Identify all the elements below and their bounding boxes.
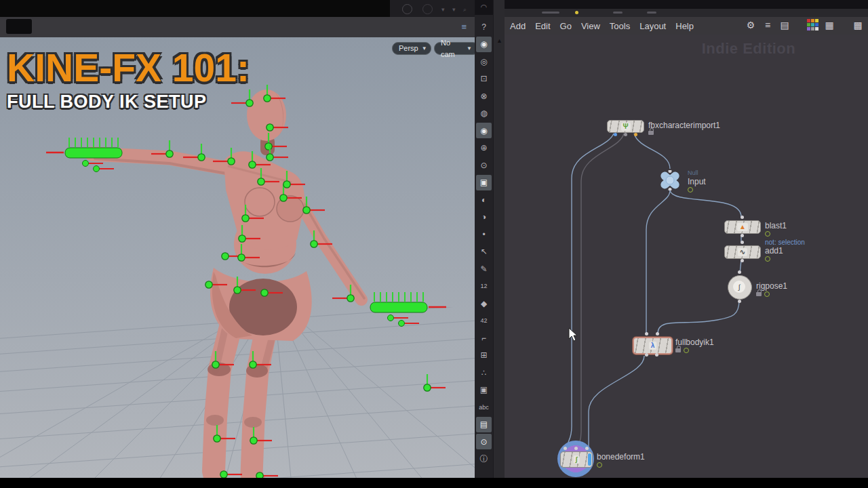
brush-icon[interactable]: ◆ bbox=[476, 296, 492, 311]
null-node-shape[interactable] bbox=[658, 170, 682, 190]
node-blast1[interactable]: ▲blast1not: selection bbox=[724, 220, 761, 234]
3d-viewport[interactable]: KINE-FX 101: FULL BODY IK SETUP Persp ▼ … bbox=[0, 37, 475, 478]
menu-edit[interactable]: Edit bbox=[535, 21, 550, 31]
camera-view-icon[interactable]: ▣ bbox=[476, 175, 492, 190]
palette-cell bbox=[811, 19, 814, 22]
toolbar-black-button[interactable] bbox=[6, 19, 32, 34]
node-label: blast1 bbox=[765, 221, 787, 230]
node-input[interactable]: NullInput bbox=[658, 170, 682, 193]
pane-divider-strip[interactable]: ▲ bbox=[493, 0, 505, 478]
node-output-dot[interactable] bbox=[624, 133, 627, 136]
tools-icon[interactable]: ⚙ bbox=[745, 20, 757, 30]
shelf-tool-icon bbox=[542, 12, 559, 14]
node-type-icon: ∫ bbox=[574, 455, 580, 464]
node-input-dot[interactable] bbox=[738, 270, 741, 274]
menu-help[interactable]: Help bbox=[675, 21, 694, 31]
list-view-icon[interactable]: ▤ bbox=[778, 20, 791, 30]
mouse-cursor bbox=[568, 327, 579, 342]
palette-icon[interactable] bbox=[807, 19, 818, 30]
axis-icon[interactable]: ∴ bbox=[476, 365, 492, 380]
menu-add[interactable]: Add bbox=[510, 21, 526, 31]
chevron-down-icon: ▾ bbox=[441, 6, 445, 13]
node-label: fbxcharacterimport1 bbox=[648, 121, 720, 130]
node-label: bonedeform1 bbox=[597, 452, 645, 462]
tree-view-icon[interactable]: ≡ bbox=[762, 20, 774, 30]
dot-icon[interactable]: • bbox=[476, 226, 492, 242]
menu-layout[interactable]: Layout bbox=[639, 21, 666, 31]
network-canvas[interactable]: Indie Edition Ψfbxcharacterimport1NullIn… bbox=[505, 35, 868, 478]
persp-view-dropdown[interactable]: Persp ▼ bbox=[392, 42, 431, 55]
location-pin-icon[interactable]: ⊙ bbox=[476, 434, 492, 449]
selection-box-icon[interactable]: ⊞ bbox=[476, 348, 492, 363]
node-input-dot[interactable] bbox=[741, 241, 744, 244]
snapshot-icon[interactable]: ▤ bbox=[476, 417, 492, 432]
eye-brush-icon[interactable]: ◑ bbox=[476, 209, 492, 225]
node-fullbodyik1[interactable]: λfullbodyik1 bbox=[633, 337, 673, 354]
display-flag[interactable] bbox=[588, 453, 591, 466]
palette-cell bbox=[815, 19, 818, 22]
ruler-icon[interactable]: ⌐ bbox=[476, 330, 492, 346]
node-label: Input bbox=[688, 177, 706, 186]
palette-cell bbox=[807, 19, 810, 22]
lock-handle-icon[interactable]: ⊡ bbox=[476, 71, 492, 87]
node-bonedeform1[interactable]: ∫bonedeform1 bbox=[560, 451, 593, 468]
node-output-dot[interactable] bbox=[634, 133, 637, 136]
extra-panel-icon[interactable]: ▩ bbox=[852, 20, 864, 30]
viewport-side-toolbar: ◠ ?◉◎⊡⊗◍◉⊕⊙▣◐◑•↖✎12◆42⌐⊞∴▣abc▤⊙ⓘ bbox=[475, 0, 493, 478]
node-wires bbox=[505, 35, 868, 478]
info-icon[interactable]: ⓘ bbox=[476, 451, 492, 467]
node-rigpose1[interactable]: ∫rigpose1 bbox=[728, 275, 752, 300]
toolbar-circle-icon bbox=[402, 4, 412, 14]
shelf-tool-icon bbox=[613, 12, 623, 14]
palette-cell bbox=[815, 27, 818, 30]
node-input-dot[interactable] bbox=[741, 216, 744, 219]
node-input-dot[interactable] bbox=[564, 447, 567, 450]
node-body[interactable]: ▲ bbox=[724, 220, 761, 234]
select-arrow-icon[interactable]: ↖ bbox=[476, 244, 492, 260]
node-output-dot[interactable] bbox=[614, 133, 617, 136]
light-small-icon[interactable]: ⊕ bbox=[476, 140, 492, 156]
node-type-icon: λ bbox=[649, 342, 657, 350]
point-numbers-icon[interactable]: 12 bbox=[476, 279, 492, 294]
view-mode-icon[interactable]: ◉ bbox=[476, 37, 492, 52]
bypass-ring-icon bbox=[765, 231, 770, 237]
material-sphere-icon[interactable]: ◍ bbox=[476, 106, 492, 121]
node-body[interactable]: ∿ bbox=[724, 245, 761, 259]
lock-icon bbox=[675, 348, 681, 352]
pin-icon[interactable]: ✎ bbox=[476, 261, 492, 277]
rigpose-node-body[interactable]: ∫ bbox=[728, 275, 752, 300]
grid-view-icon[interactable]: ▦ bbox=[823, 20, 835, 30]
light-off-icon[interactable]: ⊗ bbox=[476, 88, 492, 104]
node-output-dot[interactable] bbox=[655, 353, 658, 357]
node-body[interactable]: ∫ bbox=[560, 451, 593, 468]
camera-dropdown[interactable]: No cam ▼ bbox=[434, 42, 475, 55]
headlight-icon[interactable]: ◉ bbox=[476, 123, 492, 138]
node-output-dot[interactable] bbox=[741, 259, 744, 262]
help-icon[interactable]: ? bbox=[476, 19, 492, 35]
objects-icon[interactable]: ◎ bbox=[476, 54, 492, 69]
bypass-ring-icon bbox=[764, 291, 770, 297]
node-input-dot[interactable] bbox=[656, 332, 659, 336]
node-input-dot[interactable] bbox=[645, 332, 648, 336]
menu-tools[interactable]: Tools bbox=[610, 21, 630, 31]
display-options-icon[interactable]: ≡ bbox=[461, 22, 467, 32]
node-output-dot[interactable] bbox=[738, 300, 741, 303]
pivot-icon[interactable]: ⊙ bbox=[476, 157, 492, 173]
node-input-dot[interactable] bbox=[585, 447, 589, 450]
node-input-dot[interactable] bbox=[574, 447, 578, 450]
text-abc-icon[interactable]: abc bbox=[476, 399, 492, 415]
node-badges bbox=[756, 291, 770, 297]
node-add1[interactable]: ∿add1 bbox=[724, 245, 761, 259]
scroll-up-icon[interactable]: ▲ bbox=[496, 37, 502, 44]
group-circle-icon[interactable]: ▣ bbox=[476, 382, 492, 398]
node-body[interactable]: Ψ bbox=[607, 120, 644, 133]
prim-numbers-icon[interactable]: 42 bbox=[476, 313, 492, 329]
menu-go[interactable]: Go bbox=[560, 21, 572, 31]
node-fbxcharacterimport1[interactable]: Ψfbxcharacterimport1 bbox=[607, 120, 644, 133]
node-output-dot[interactable] bbox=[741, 234, 744, 237]
node-body[interactable]: λ bbox=[633, 337, 673, 354]
eye-hand-icon[interactable]: ◐ bbox=[476, 192, 492, 207]
node-type-icon: ∫ bbox=[733, 281, 745, 293]
node-output-dot[interactable] bbox=[645, 353, 648, 357]
menu-view[interactable]: View bbox=[581, 21, 600, 31]
